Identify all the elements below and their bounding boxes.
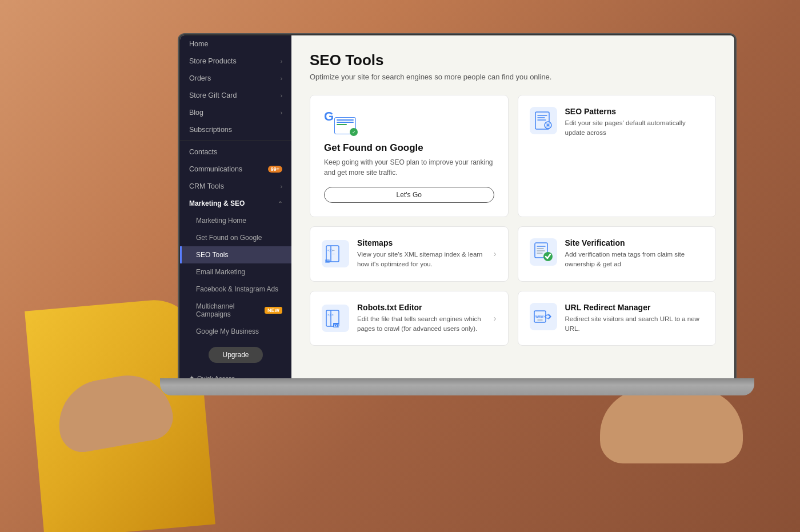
sidebar-item-contacts[interactable]: Contacts (180, 143, 291, 161)
sidebar-item-marketing-home[interactable]: Marketing Home (180, 212, 291, 229)
sidebar-label-communications: Communications (189, 165, 242, 173)
sidebar-label-multichannel: Multichannel Campaigns (196, 302, 265, 318)
svg-text:TXT: TXT (334, 324, 339, 327)
site-verification-text: Site Verification Add verification meta … (565, 238, 705, 270)
chevron-up-icon: ⌃ (278, 201, 282, 207)
sidebar-item-subscriptions[interactable]: Subscriptions (180, 121, 291, 138)
chevron-icon: › (281, 75, 282, 82)
url-redirect-title: URL Redirect Manager (565, 303, 705, 312)
card-robots-txt[interactable]: </> TXT Robots.txt Editor Edit the file … (310, 291, 509, 346)
sidebar-item-home[interactable]: Home (180, 35, 291, 53)
robots-desc: Edit the file that tells search engines … (357, 314, 486, 334)
card-seo-patterns[interactable]: SEO Patterns Edit your site pages' defau… (518, 95, 717, 217)
sidebar-item-email-marketing[interactable]: Email Marketing (180, 263, 291, 281)
sidebar-label-marketing-home: Marketing Home (196, 217, 246, 225)
sidebar-label-get-found: Get Found on Google (196, 234, 262, 242)
sidebar-label-seo-tools: SEO Tools (196, 251, 228, 259)
badge-communications: 99+ (268, 166, 282, 173)
sidebar-item-marketing-seo[interactable]: Marketing & SEO ⌃ (180, 195, 291, 212)
page-check-icon: ✓ (350, 128, 358, 136)
sitemaps-desc: View your site's XML sitemap index & lea… (357, 250, 486, 270)
sidebar-label-home: Home (189, 40, 208, 48)
sidebar-divider (180, 141, 291, 141)
url-redirect-icon-box: WWW (530, 303, 557, 330)
sidebar-item-facebook-ads[interactable]: Facebook & Instagram Ads (180, 281, 291, 298)
robots-txt-icon: </> TXT (325, 308, 346, 329)
page-title: SEO Tools (310, 51, 716, 69)
sidebar-item-get-found-on-google[interactable]: Get Found on Google (180, 229, 291, 246)
sidebar-label-google-my-business: Google My Business (196, 327, 259, 335)
url-redirect-text: URL Redirect Manager Redirect site visit… (565, 303, 705, 334)
sidebar-item-google-my-business[interactable]: Google My Business (180, 323, 291, 340)
sidebar-item-crm-tools[interactable]: CRM Tools › (180, 178, 291, 195)
site-verification-icon (533, 242, 554, 262)
sidebar-label-crm-tools: CRM Tools (189, 182, 224, 190)
chevron-icon: › (281, 110, 282, 116)
chevron-icon: › (281, 183, 282, 190)
chevron-icon: › (281, 58, 282, 65)
sidebar-label-subscriptions: Subscriptions (189, 126, 232, 134)
sitemaps-arrow-icon: › (494, 249, 497, 258)
site-verification-title: Site Verification (565, 238, 705, 247)
chevron-icon: › (281, 93, 282, 99)
sidebar-item-communications[interactable]: Communications 99+ (180, 161, 291, 178)
svg-text:WWW: WWW (535, 315, 543, 318)
card-site-verification[interactable]: Site Verification Add verification meta … (518, 226, 717, 282)
sitemaps-icon: </> --- --- (325, 243, 346, 264)
google-g-letter: G (324, 109, 334, 124)
google-card-title: Get Found on Google (324, 142, 494, 154)
sitemaps-icon-box: </> --- --- (322, 240, 349, 267)
seo-patterns-desc: Edit your site pages' default automatica… (565, 118, 705, 138)
badge-new-multichannel: NEW (265, 307, 282, 314)
url-redirect-desc: Redirect site visitors and search URL to… (565, 314, 705, 334)
laptop-wrapper: Home Store Products › Orders › Store Gif… (0, 0, 800, 532)
card-sitemaps[interactable]: </> --- --- Sitemaps View your site's XM… (310, 226, 509, 282)
page-subtitle: Optimize your site for search engines so… (310, 73, 716, 81)
sidebar: Home Store Products › Orders › Store Gif… (180, 35, 291, 378)
svg-text:---: --- (332, 252, 335, 255)
sidebar-item-orders[interactable]: Orders › (180, 70, 291, 87)
sidebar-item-seo-tools[interactable]: SEO Tools (180, 246, 291, 263)
robots-arrow-icon: › (494, 314, 497, 323)
card-get-found-on-google[interactable]: G ✓ Get Found on Google Keep going with (310, 95, 509, 217)
page-line-green (337, 124, 347, 125)
main-content: SEO Tools Optimize your site for search … (291, 35, 734, 378)
card-url-redirect[interactable]: WWW URL Redirect Manager Redirect site v… (518, 291, 717, 346)
lets-go-button[interactable]: Let's Go (324, 187, 494, 203)
url-redirect-icon: WWW (533, 306, 554, 327)
robots-title: Robots.txt Editor (357, 303, 486, 312)
svg-text:</>: </> (327, 313, 334, 317)
sidebar-label-facebook-ads: Facebook & Instagram Ads (196, 285, 278, 293)
sidebar-label-contacts: Contacts (189, 148, 217, 156)
upgrade-button[interactable]: Upgrade (209, 347, 262, 363)
sitemaps-text: Sitemaps View your site's XML sitemap in… (357, 238, 486, 270)
cards-grid: G ✓ Get Found on Google Keep going with (310, 95, 716, 346)
google-icon-area: G ✓ (324, 109, 494, 134)
seo-patterns-icon (533, 110, 554, 131)
laptop-screen: Home Store Products › Orders › Store Gif… (180, 35, 734, 378)
sitemaps-title: Sitemaps (357, 238, 486, 247)
sidebar-label-orders: Orders (189, 74, 211, 82)
robots-icon-box: </> TXT (322, 305, 349, 332)
robots-text: Robots.txt Editor Edit the file that tel… (357, 303, 486, 334)
sidebar-label-email-marketing: Email Marketing (196, 268, 245, 276)
sidebar-item-store-products[interactable]: Store Products › (180, 53, 291, 70)
site-verification-icon-box (530, 238, 557, 266)
laptop-base (160, 378, 754, 395)
sidebar-label-store-gift-card: Store Gift Card (189, 91, 237, 99)
screen-content: Home Store Products › Orders › Store Gif… (180, 35, 734, 378)
svg-rect-13 (325, 259, 330, 263)
google-card-desc: Keep going with your SEO plan to improve… (324, 157, 494, 178)
sidebar-item-blog[interactable]: Blog › (180, 104, 291, 121)
seo-patterns-icon-box (530, 107, 557, 134)
page-icon: ✓ (334, 117, 356, 134)
sidebar-label-blog: Blog (189, 109, 203, 117)
seo-patterns-text: SEO Patterns Edit your site pages' defau… (565, 107, 705, 138)
page-line-1 (337, 119, 354, 121)
quick-access-icon: ✦ (189, 374, 194, 378)
sidebar-item-multichannel[interactable]: Multichannel Campaigns NEW (180, 298, 291, 323)
quick-access[interactable]: ✦ Quick Access (180, 370, 291, 378)
sidebar-label-marketing-seo: Marketing & SEO (189, 199, 245, 207)
sidebar-item-store-gift-card[interactable]: Store Gift Card › (180, 87, 291, 104)
seo-patterns-title: SEO Patterns (565, 107, 705, 116)
